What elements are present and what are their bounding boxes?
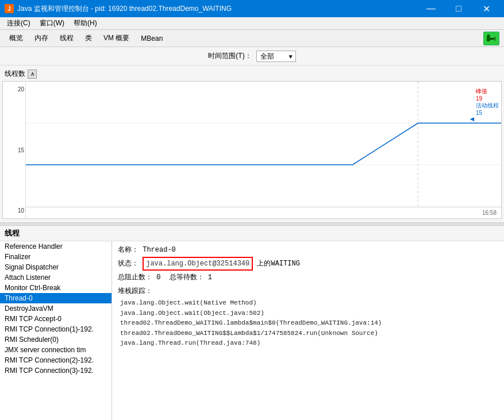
time-range-select-wrapper: 全部 1 分钟 5 分钟 10 分钟 30 分钟 1 小时 ▼	[256, 51, 296, 62]
x-time-label: 16:58	[482, 210, 497, 216]
connect-icon[interactable]	[483, 32, 499, 45]
chart-y-axis: 20 15 10	[3, 82, 26, 218]
menu-bar: 连接(C) 窗口(W) 帮助(H)	[0, 17, 504, 30]
thread-status-line: 状态： java.lang.Object@32514340 上的WAITING	[118, 257, 498, 271]
active-label: 活动线程	[476, 102, 499, 109]
stack-line-0: java.lang.Object.wait(Native Method)	[120, 298, 498, 309]
total-waited-value: 1	[208, 273, 212, 282]
total-blocked-value: 0	[156, 273, 160, 282]
tab-overview[interactable]: 概览	[5, 31, 28, 45]
legend-active: 活动线程 15	[476, 102, 499, 116]
nav-right	[483, 32, 499, 45]
tab-memory[interactable]: 内存	[30, 31, 53, 45]
thread-list-item[interactable]: Reference Handler	[0, 241, 111, 252]
menu-window[interactable]: 窗口(W)	[35, 17, 69, 29]
tab-vm-summary[interactable]: VM 概要	[99, 31, 134, 45]
threads-content: Reference HandlerFinalizerSignal Dispatc…	[0, 241, 504, 420]
title-bar: J Java 监视和管理控制台 - pid: 16920 thread02.Th…	[0, 0, 504, 17]
thread-list-item[interactable]: RMI TCP Accept-0	[0, 314, 111, 324]
thread-list-item[interactable]: RMI Scheduler(0)	[0, 334, 111, 345]
plug-icon	[486, 33, 497, 44]
bottom-section: 线程 Reference HandlerFinalizerSignal Disp…	[0, 226, 504, 420]
menu-connect[interactable]: 连接(C)	[2, 17, 35, 29]
y-value-20: 20	[4, 86, 24, 93]
nav-bar: 概览 内存 线程 类 VM 概要 MBean	[0, 30, 504, 47]
nav-tabs: 概览 内存 线程 类 VM 概要 MBean	[5, 31, 167, 45]
thread-list-item[interactable]: RMI TCP Connection(3)-192.	[0, 365, 111, 376]
app-icon: J	[5, 4, 14, 13]
thread-list-item[interactable]: Signal Dispatcher	[0, 262, 111, 272]
close-button[interactable]: ✕	[473, 0, 499, 17]
name-value: Thread-0	[143, 246, 176, 254]
time-range-label: 时间范围(T)：	[208, 51, 251, 61]
stack-line-3: thread02.ThreadDemo_WAITING$$Lambda$1/17…	[120, 329, 498, 339]
minimize-button[interactable]: —	[418, 0, 444, 17]
thread-list-item[interactable]: Thread-0	[0, 293, 111, 303]
tab-threads[interactable]: 线程	[55, 31, 78, 45]
tab-mbean[interactable]: MBean	[136, 32, 167, 45]
status-suffix: 上的WAITING	[257, 260, 299, 268]
stack-trace-header: 堆栈跟踪：	[118, 286, 498, 296]
status-value: java.lang.Object@32514340	[146, 260, 249, 268]
svg-rect-1	[487, 34, 488, 36]
stack-header-label: 堆栈跟踪：	[118, 287, 152, 295]
svg-rect-4	[494, 37, 496, 41]
thread-list-item[interactable]: RMI TCP Connection(1)-192.	[0, 324, 111, 334]
thread-detail: 名称： Thread-0 状态： java.lang.Object@325143…	[112, 241, 504, 420]
chart-section: 线程数 ∧ 20 15 10 ◄	[0, 65, 504, 222]
stack-line-1: java.lang.Object.wait(Object.java:502)	[120, 309, 498, 319]
legend-peak: 峰值 19	[476, 87, 499, 102]
thread-counts-line: 总阻止数： 0 总等待数： 1	[118, 272, 498, 283]
y-value-15: 15	[4, 147, 24, 153]
total-blocked-label: 总阻止数：	[118, 273, 152, 282]
stack-line-2: thread02.ThreadDemo_WAITING.lambda$main$…	[120, 318, 498, 329]
status-label: 状态：	[118, 260, 138, 268]
thread-list-item[interactable]: DestroyJavaVM	[0, 303, 111, 314]
maximize-button[interactable]: □	[445, 0, 472, 17]
chart-collapse-button[interactable]: ∧	[28, 70, 37, 79]
chart-svg: ◄	[26, 82, 501, 207]
tab-classes[interactable]: 类	[80, 31, 97, 45]
title-bar-left: J Java 监视和管理控制台 - pid: 16920 thread02.Th…	[5, 4, 232, 14]
svg-text:◄: ◄	[468, 115, 475, 124]
peak-label: 峰值	[476, 88, 487, 94]
peak-value: 19	[476, 95, 482, 102]
name-label: 名称：	[118, 246, 138, 254]
thread-list[interactable]: Reference HandlerFinalizerSignal Dispatc…	[0, 241, 112, 420]
window-title: Java 监视和管理控制台 - pid: 16920 thread02.Thre…	[17, 4, 232, 14]
thread-list-item[interactable]: JMX server connection tim	[0, 345, 111, 355]
thread-list-item[interactable]: Attach Listener	[0, 272, 111, 283]
total-waited-label: 总等待数：	[170, 273, 204, 282]
time-range-select[interactable]: 全部 1 分钟 5 分钟 10 分钟 30 分钟 1 小时	[256, 51, 296, 62]
chart-plot: ◄	[26, 82, 501, 207]
stack-line-4: java.lang.Thread.run(Thread.java:748)	[120, 338, 498, 349]
svg-rect-2	[488, 34, 490, 36]
chart-area: 20 15 10 ◄ 峰值 19	[2, 81, 502, 219]
thread-list-item[interactable]: Monitor Ctrl-Break	[0, 283, 111, 293]
thread-list-item[interactable]: RMI TCP Connection(2)-192.	[0, 355, 111, 365]
chart-header: 线程数 ∧	[0, 68, 504, 80]
thread-status-badge: java.lang.Object@32514340	[143, 257, 253, 271]
chart-title: 线程数	[5, 69, 25, 79]
chart-legend: 峰值 19 活动线程 15	[476, 87, 499, 116]
chart-x-axis: 16:58	[26, 207, 501, 218]
threads-label: 线程	[0, 226, 504, 241]
menu-help[interactable]: 帮助(H)	[69, 17, 102, 29]
time-range-bar: 时间范围(T)： 全部 1 分钟 5 分钟 10 分钟 30 分钟 1 小时 ▼	[0, 47, 504, 65]
svg-rect-0	[487, 36, 490, 41]
title-bar-controls: — □ ✕	[418, 0, 499, 17]
thread-list-item[interactable]: Finalizer	[0, 252, 111, 262]
thread-name-line: 名称： Thread-0	[118, 245, 498, 255]
y-value-10: 10	[4, 207, 24, 214]
active-value: 15	[476, 110, 482, 116]
